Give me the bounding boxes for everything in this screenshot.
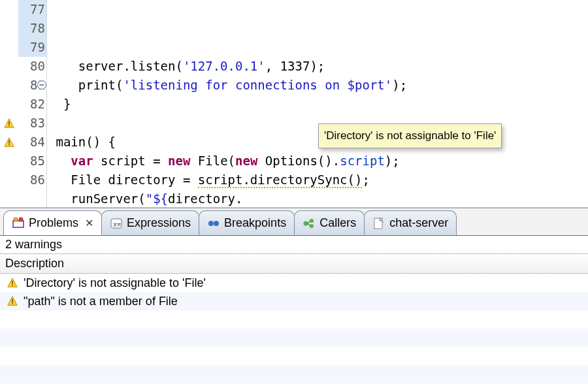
warning-icon xyxy=(0,133,18,152)
problem-row[interactable]: 'Directory' is not assignable to 'File' xyxy=(0,274,588,292)
gutter-row: 83 xyxy=(0,114,46,133)
problems-column-header[interactable]: Description xyxy=(0,254,588,274)
code-token: print( xyxy=(48,78,123,92)
line-number: 82 xyxy=(18,95,46,114)
line-number: 77 xyxy=(18,0,46,19)
code-token: script = xyxy=(93,154,168,168)
warning-icon xyxy=(0,114,18,133)
warning-icon xyxy=(7,295,18,307)
code-token: var xyxy=(71,154,93,168)
bottom-panel: Problems✕ExpressionsBreakpointsCallersch… xyxy=(0,208,588,392)
panel-tabstrip: Problems✕ExpressionsBreakpointsCallersch… xyxy=(0,208,588,236)
tab-label: Expressions xyxy=(127,216,191,230)
code-line[interactable] xyxy=(47,114,588,133)
line-number: 78 xyxy=(18,19,46,38)
tab-problems[interactable]: Problems✕ xyxy=(3,210,102,235)
code-token: 1337 xyxy=(280,59,310,73)
code-line[interactable]: File directory = script.directorySync(); xyxy=(47,171,588,189)
code-line[interactable]: print('listening for connections on $por… xyxy=(47,76,588,95)
code-token: 'listening for connections on $port' xyxy=(123,78,392,92)
gutter-row: 79 xyxy=(0,38,46,57)
close-icon[interactable]: ✕ xyxy=(82,217,93,229)
code-token: main() { xyxy=(48,135,116,149)
code-token: directory. xyxy=(168,191,242,206)
code-line[interactable]: runServer("${directory. xyxy=(47,189,588,208)
code-token: "${ xyxy=(146,191,168,206)
code-editor[interactable]: 77787980818283848586 server.listen('127.… xyxy=(0,0,588,208)
gutter-blank xyxy=(0,38,18,57)
gutter-blank xyxy=(0,95,18,114)
tab-callers[interactable]: Callers xyxy=(294,210,365,235)
code-line[interactable]: main() { xyxy=(47,133,588,152)
code-token: , xyxy=(265,59,280,73)
code-token: Options(). xyxy=(257,154,340,168)
problem-text: "path" is not a member of File xyxy=(24,295,178,308)
warning-icon xyxy=(7,277,18,289)
tab-label: Problems xyxy=(29,216,78,230)
code-token: ); xyxy=(392,78,407,92)
gutter-row: 85 xyxy=(0,152,46,171)
line-number: 80 xyxy=(18,57,46,76)
breakpoints-icon xyxy=(207,217,220,230)
code-line[interactable]: } xyxy=(47,95,588,114)
code-token: new xyxy=(235,154,257,168)
problems-list[interactable]: 'Directory' is not assignable to 'File'"… xyxy=(0,274,588,392)
problems-icon xyxy=(12,216,25,229)
line-number: 83 xyxy=(18,114,46,133)
code-token: script.directorySync() xyxy=(198,172,363,188)
code-area[interactable]: server.listen('127.0.0.1', 1337); print(… xyxy=(47,0,588,207)
expressions-icon xyxy=(110,217,123,230)
code-token: File directory = xyxy=(48,172,198,187)
code-token: ; xyxy=(362,172,369,187)
line-number: 86 xyxy=(18,171,46,189)
warning-tooltip: 'Directory' is not assignable to 'File' xyxy=(318,123,502,148)
panel-status: 2 warnings xyxy=(0,236,588,254)
code-line[interactable]: var script = new File(new Options().scri… xyxy=(47,152,588,171)
code-token: runServer( xyxy=(48,191,146,206)
code-token: script xyxy=(340,154,385,168)
tab-chat-server[interactable]: chat-server xyxy=(364,210,457,235)
gutter-blank xyxy=(0,19,18,38)
line-number: 79 xyxy=(18,38,46,57)
code-token: server.listen( xyxy=(48,59,183,73)
code-token: new xyxy=(168,154,190,168)
line-number: 84 xyxy=(18,133,46,152)
gutter-row: 84 xyxy=(0,133,46,152)
line-number: 85 xyxy=(18,152,46,171)
gutter-row: 86 xyxy=(0,171,46,189)
problem-text: 'Directory' is not assignable to 'File' xyxy=(24,276,206,290)
code-token: ); xyxy=(310,59,325,73)
tab-label: Callers xyxy=(319,216,356,230)
fold-toggle[interactable] xyxy=(37,80,47,90)
gutter-row: 77 xyxy=(0,0,46,19)
code-token: } xyxy=(48,97,71,111)
gutter-blank xyxy=(0,152,18,171)
code-token: File( xyxy=(190,154,235,168)
gutter-blank xyxy=(0,0,18,19)
gutter-row: 78 xyxy=(0,19,46,38)
code-token xyxy=(48,154,71,168)
tab-expressions[interactable]: Expressions xyxy=(101,210,199,235)
editor-gutter: 77787980818283848586 xyxy=(0,0,47,207)
gutter-blank xyxy=(0,57,18,76)
problem-row[interactable]: "path" is not a member of File xyxy=(0,292,588,310)
code-line[interactable]: server.listen('127.0.0.1', 1337); xyxy=(47,57,588,76)
tab-label: Breakpoints xyxy=(224,216,286,230)
gutter-row: 82 xyxy=(0,95,46,114)
tab-label: chat-server xyxy=(389,216,448,230)
code-token: ); xyxy=(385,154,400,168)
gutter-blank xyxy=(0,171,18,189)
gutter-blank xyxy=(0,76,18,95)
code-token: '127.0.0.1' xyxy=(183,59,265,73)
callers-icon xyxy=(302,217,316,230)
file-icon xyxy=(372,217,385,230)
tab-breakpoints[interactable]: Breakpoints xyxy=(199,210,295,235)
gutter-row: 80 xyxy=(0,57,46,76)
